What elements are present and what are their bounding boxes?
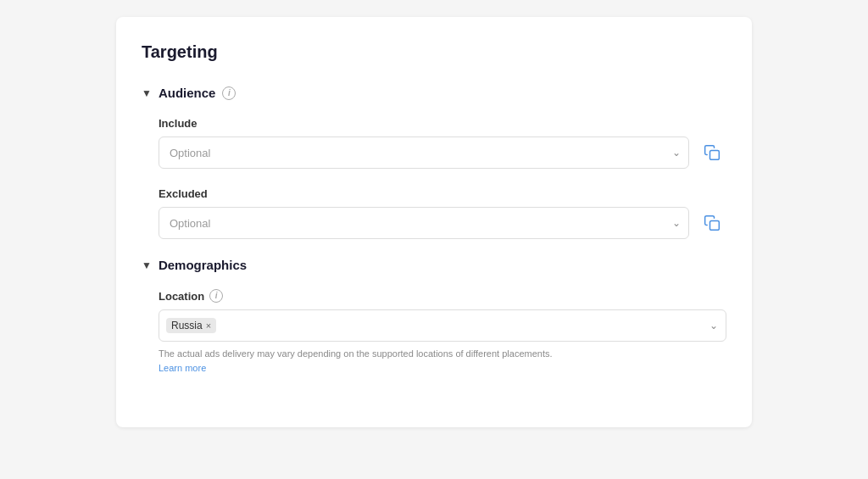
location-label-row: Location i [159, 289, 726, 303]
excluded-copy-button[interactable] [698, 209, 726, 237]
location-tag-wrapper: Russia × ⌄ [159, 309, 726, 342]
targeting-panel: Targeting ▼ Audience i Include Optional … [116, 17, 752, 427]
location-tag-input[interactable]: Russia × [159, 309, 726, 342]
audience-section-title: Audience [159, 86, 216, 100]
include-select[interactable]: Optional [159, 136, 689, 169]
audience-info-icon: i [222, 86, 236, 100]
include-label: Include [159, 117, 726, 130]
svg-rect-1 [710, 221, 720, 231]
location-help-text: The actual ads delivery may vary dependi… [159, 347, 726, 375]
location-label: Location [159, 290, 204, 303]
russia-tag: Russia × [166, 318, 216, 333]
audience-section-header[interactable]: ▼ Audience i [142, 86, 726, 100]
include-select-wrapper: Optional ⌄ [159, 136, 689, 169]
audience-arrow: ▼ [142, 87, 152, 99]
include-copy-button[interactable] [698, 138, 726, 167]
excluded-field-group: Excluded Optional ⌄ [142, 187, 726, 239]
audience-section: ▼ Audience i Include Optional ⌄ [142, 86, 726, 239]
excluded-select-wrapper: Optional ⌄ [159, 207, 689, 239]
page-title: Targeting [142, 42, 726, 62]
demographics-section-title: Demographics [159, 258, 247, 272]
russia-tag-label: Russia [171, 320, 203, 331]
location-field-group: Location i Russia × ⌄ The actual ads del… [142, 289, 726, 375]
include-field-row: Optional ⌄ [159, 136, 726, 169]
excluded-field-row: Optional ⌄ [159, 207, 726, 239]
include-field-group: Include Optional ⌄ [142, 117, 726, 169]
location-info-icon: i [209, 289, 223, 303]
demographics-arrow: ▼ [142, 259, 152, 271]
demographics-section-header[interactable]: ▼ Demographics [142, 258, 726, 272]
learn-more-link[interactable]: Learn more [159, 363, 206, 373]
demographics-section: ▼ Demographics Location i Russia × ⌄ [142, 258, 726, 375]
location-field-row: Russia × ⌄ [159, 309, 726, 342]
svg-rect-0 [710, 151, 720, 160]
excluded-label: Excluded [159, 187, 726, 200]
russia-tag-remove[interactable]: × [206, 321, 211, 331]
excluded-select[interactable]: Optional [159, 207, 689, 239]
